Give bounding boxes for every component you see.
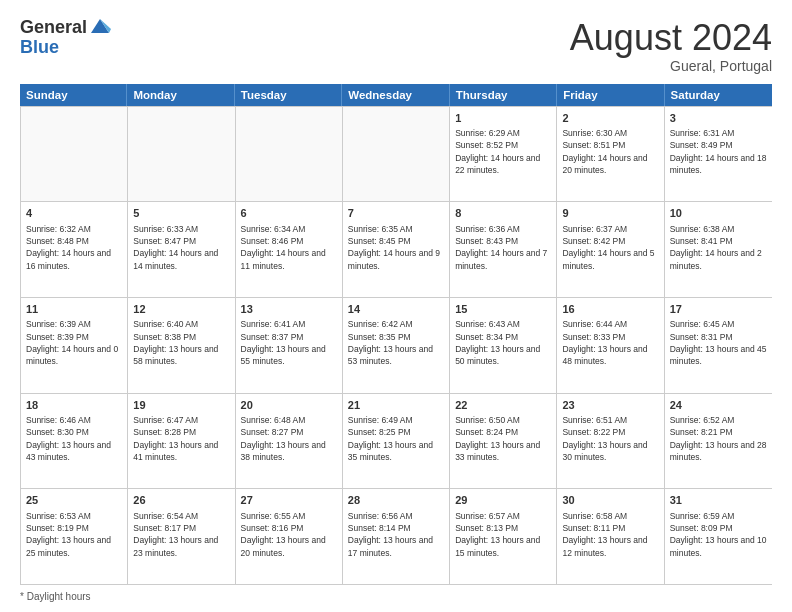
table-row: 26Sunrise: 6:54 AM Sunset: 8:17 PM Dayli… bbox=[128, 489, 235, 584]
col-thursday: Thursday bbox=[450, 84, 557, 106]
table-row: 19Sunrise: 6:47 AM Sunset: 8:28 PM Dayli… bbox=[128, 394, 235, 489]
table-row: 20Sunrise: 6:48 AM Sunset: 8:27 PM Dayli… bbox=[236, 394, 343, 489]
day-info: Sunrise: 6:39 AM Sunset: 8:39 PM Dayligh… bbox=[26, 318, 122, 367]
day-number: 11 bbox=[26, 302, 122, 317]
day-number: 18 bbox=[26, 398, 122, 413]
day-info: Sunrise: 6:51 AM Sunset: 8:22 PM Dayligh… bbox=[562, 414, 658, 463]
calendar-body: 1Sunrise: 6:29 AM Sunset: 8:52 PM Daylig… bbox=[20, 106, 772, 585]
table-row: 22Sunrise: 6:50 AM Sunset: 8:24 PM Dayli… bbox=[450, 394, 557, 489]
day-number: 17 bbox=[670, 302, 767, 317]
day-number: 3 bbox=[670, 111, 767, 126]
day-info: Sunrise: 6:50 AM Sunset: 8:24 PM Dayligh… bbox=[455, 414, 551, 463]
day-number: 6 bbox=[241, 206, 337, 221]
day-number: 22 bbox=[455, 398, 551, 413]
daylight-label: Daylight hours bbox=[27, 591, 91, 602]
table-row: 28Sunrise: 6:56 AM Sunset: 8:14 PM Dayli… bbox=[343, 489, 450, 584]
day-number: 13 bbox=[241, 302, 337, 317]
day-info: Sunrise: 6:59 AM Sunset: 8:09 PM Dayligh… bbox=[670, 510, 767, 559]
table-row: 4Sunrise: 6:32 AM Sunset: 8:48 PM Daylig… bbox=[21, 202, 128, 297]
table-row: 23Sunrise: 6:51 AM Sunset: 8:22 PM Dayli… bbox=[557, 394, 664, 489]
day-info: Sunrise: 6:31 AM Sunset: 8:49 PM Dayligh… bbox=[670, 127, 767, 176]
day-info: Sunrise: 6:33 AM Sunset: 8:47 PM Dayligh… bbox=[133, 223, 229, 272]
day-number: 2 bbox=[562, 111, 658, 126]
logo: General Blue bbox=[20, 18, 111, 58]
day-number: 4 bbox=[26, 206, 122, 221]
day-number: 9 bbox=[562, 206, 658, 221]
table-row: 14Sunrise: 6:42 AM Sunset: 8:35 PM Dayli… bbox=[343, 298, 450, 393]
calendar-week-3: 11Sunrise: 6:39 AM Sunset: 8:39 PM Dayli… bbox=[21, 297, 772, 393]
logo-blue: Blue bbox=[20, 38, 111, 58]
footer: * Daylight hours bbox=[20, 591, 772, 602]
day-info: Sunrise: 6:41 AM Sunset: 8:37 PM Dayligh… bbox=[241, 318, 337, 367]
day-info: Sunrise: 6:46 AM Sunset: 8:30 PM Dayligh… bbox=[26, 414, 122, 463]
day-info: Sunrise: 6:37 AM Sunset: 8:42 PM Dayligh… bbox=[562, 223, 658, 272]
day-number: 21 bbox=[348, 398, 444, 413]
table-row bbox=[343, 107, 450, 202]
day-number: 28 bbox=[348, 493, 444, 508]
day-info: Sunrise: 6:49 AM Sunset: 8:25 PM Dayligh… bbox=[348, 414, 444, 463]
table-row: 5Sunrise: 6:33 AM Sunset: 8:47 PM Daylig… bbox=[128, 202, 235, 297]
calendar: Sunday Monday Tuesday Wednesday Thursday… bbox=[20, 84, 772, 585]
table-row: 27Sunrise: 6:55 AM Sunset: 8:16 PM Dayli… bbox=[236, 489, 343, 584]
day-info: Sunrise: 6:48 AM Sunset: 8:27 PM Dayligh… bbox=[241, 414, 337, 463]
table-row: 25Sunrise: 6:53 AM Sunset: 8:19 PM Dayli… bbox=[21, 489, 128, 584]
table-row: 3Sunrise: 6:31 AM Sunset: 8:49 PM Daylig… bbox=[665, 107, 772, 202]
col-monday: Monday bbox=[127, 84, 234, 106]
day-info: Sunrise: 6:32 AM Sunset: 8:48 PM Dayligh… bbox=[26, 223, 122, 272]
title-block: August 2024 Gueral, Portugal bbox=[570, 18, 772, 74]
day-number: 26 bbox=[133, 493, 229, 508]
day-number: 14 bbox=[348, 302, 444, 317]
logo-icon bbox=[89, 15, 111, 37]
table-row: 1Sunrise: 6:29 AM Sunset: 8:52 PM Daylig… bbox=[450, 107, 557, 202]
day-info: Sunrise: 6:29 AM Sunset: 8:52 PM Dayligh… bbox=[455, 127, 551, 176]
day-number: 12 bbox=[133, 302, 229, 317]
day-info: Sunrise: 6:56 AM Sunset: 8:14 PM Dayligh… bbox=[348, 510, 444, 559]
calendar-week-5: 25Sunrise: 6:53 AM Sunset: 8:19 PM Dayli… bbox=[21, 488, 772, 584]
table-row: 29Sunrise: 6:57 AM Sunset: 8:13 PM Dayli… bbox=[450, 489, 557, 584]
page: General Blue August 2024 Gueral, Portuga… bbox=[0, 0, 792, 612]
day-number: 23 bbox=[562, 398, 658, 413]
day-number: 24 bbox=[670, 398, 767, 413]
col-wednesday: Wednesday bbox=[342, 84, 449, 106]
table-row: 13Sunrise: 6:41 AM Sunset: 8:37 PM Dayli… bbox=[236, 298, 343, 393]
table-row: 7Sunrise: 6:35 AM Sunset: 8:45 PM Daylig… bbox=[343, 202, 450, 297]
calendar-week-4: 18Sunrise: 6:46 AM Sunset: 8:30 PM Dayli… bbox=[21, 393, 772, 489]
day-info: Sunrise: 6:30 AM Sunset: 8:51 PM Dayligh… bbox=[562, 127, 658, 176]
table-row: 16Sunrise: 6:44 AM Sunset: 8:33 PM Dayli… bbox=[557, 298, 664, 393]
table-row: 24Sunrise: 6:52 AM Sunset: 8:21 PM Dayli… bbox=[665, 394, 772, 489]
day-number: 27 bbox=[241, 493, 337, 508]
day-number: 30 bbox=[562, 493, 658, 508]
day-info: Sunrise: 6:44 AM Sunset: 8:33 PM Dayligh… bbox=[562, 318, 658, 367]
calendar-header: Sunday Monday Tuesday Wednesday Thursday… bbox=[20, 84, 772, 106]
day-info: Sunrise: 6:45 AM Sunset: 8:31 PM Dayligh… bbox=[670, 318, 767, 367]
logo-text: General Blue bbox=[20, 18, 111, 58]
logo-general: General bbox=[20, 18, 87, 38]
day-info: Sunrise: 6:58 AM Sunset: 8:11 PM Dayligh… bbox=[562, 510, 658, 559]
table-row: 18Sunrise: 6:46 AM Sunset: 8:30 PM Dayli… bbox=[21, 394, 128, 489]
day-info: Sunrise: 6:40 AM Sunset: 8:38 PM Dayligh… bbox=[133, 318, 229, 367]
table-row: 15Sunrise: 6:43 AM Sunset: 8:34 PM Dayli… bbox=[450, 298, 557, 393]
day-number: 16 bbox=[562, 302, 658, 317]
header: General Blue August 2024 Gueral, Portuga… bbox=[20, 18, 772, 74]
day-number: 5 bbox=[133, 206, 229, 221]
table-row: 30Sunrise: 6:58 AM Sunset: 8:11 PM Dayli… bbox=[557, 489, 664, 584]
table-row: 17Sunrise: 6:45 AM Sunset: 8:31 PM Dayli… bbox=[665, 298, 772, 393]
table-row: 10Sunrise: 6:38 AM Sunset: 8:41 PM Dayli… bbox=[665, 202, 772, 297]
day-number: 29 bbox=[455, 493, 551, 508]
day-info: Sunrise: 6:55 AM Sunset: 8:16 PM Dayligh… bbox=[241, 510, 337, 559]
location: Gueral, Portugal bbox=[570, 58, 772, 74]
day-number: 20 bbox=[241, 398, 337, 413]
day-info: Sunrise: 6:54 AM Sunset: 8:17 PM Dayligh… bbox=[133, 510, 229, 559]
col-sunday: Sunday bbox=[20, 84, 127, 106]
table-row: 2Sunrise: 6:30 AM Sunset: 8:51 PM Daylig… bbox=[557, 107, 664, 202]
table-row: 12Sunrise: 6:40 AM Sunset: 8:38 PM Dayli… bbox=[128, 298, 235, 393]
day-number: 19 bbox=[133, 398, 229, 413]
table-row: 6Sunrise: 6:34 AM Sunset: 8:46 PM Daylig… bbox=[236, 202, 343, 297]
day-number: 25 bbox=[26, 493, 122, 508]
day-number: 8 bbox=[455, 206, 551, 221]
day-info: Sunrise: 6:42 AM Sunset: 8:35 PM Dayligh… bbox=[348, 318, 444, 367]
day-info: Sunrise: 6:36 AM Sunset: 8:43 PM Dayligh… bbox=[455, 223, 551, 272]
col-tuesday: Tuesday bbox=[235, 84, 342, 106]
day-number: 1 bbox=[455, 111, 551, 126]
table-row: 21Sunrise: 6:49 AM Sunset: 8:25 PM Dayli… bbox=[343, 394, 450, 489]
